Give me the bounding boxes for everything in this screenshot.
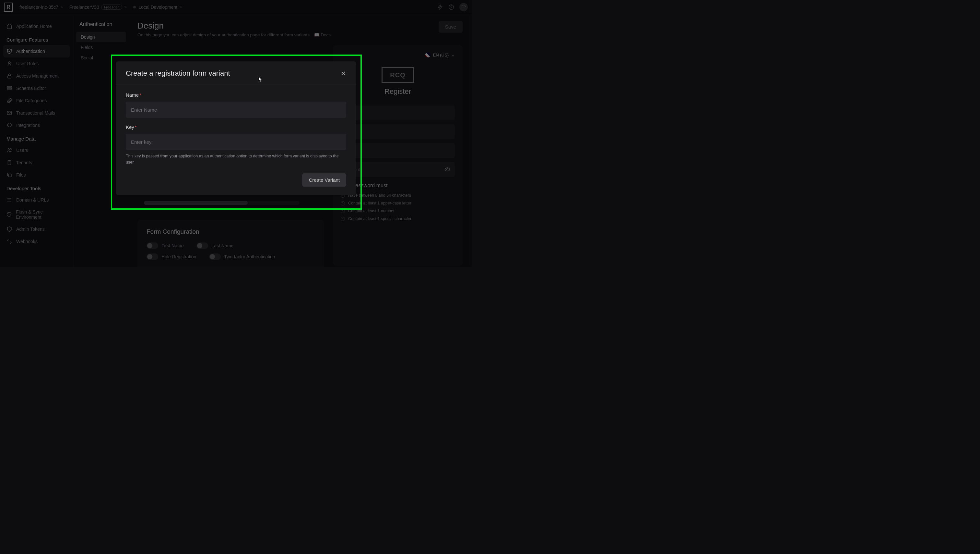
modal-title: Create a registration form variant bbox=[126, 69, 230, 78]
name-input[interactable] bbox=[126, 102, 346, 118]
key-helper-text: This key is passed from your application… bbox=[126, 153, 346, 166]
create-variant-modal: Create a registration form variant ✕ Nam… bbox=[116, 61, 356, 195]
create-variant-button[interactable]: Create Variant bbox=[302, 173, 346, 187]
name-label: Name* bbox=[126, 92, 346, 98]
modal-overlay: Create a registration form variant ✕ Nam… bbox=[0, 0, 472, 267]
key-label: Key* bbox=[126, 124, 346, 130]
key-input[interactable] bbox=[126, 134, 346, 150]
close-icon[interactable]: ✕ bbox=[341, 69, 346, 77]
